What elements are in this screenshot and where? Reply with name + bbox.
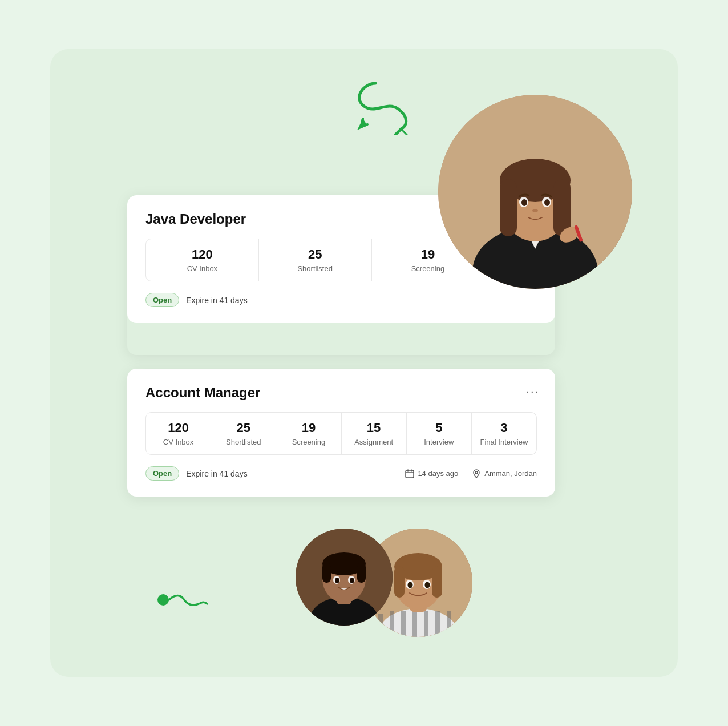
stat-label-interview-2: Interview xyxy=(412,438,466,446)
svg-rect-46 xyxy=(394,566,405,598)
stat-number-screening-2: 19 xyxy=(282,421,335,435)
account-manager-stats: 120 CV Inbox 25 Shortlisted 19 Screening… xyxy=(145,412,537,455)
svg-point-13 xyxy=(532,209,538,212)
account-manager-title: Account Manager xyxy=(145,385,537,401)
stat-assignment-2: 15 Assignment xyxy=(342,413,407,454)
account-open-badge: Open xyxy=(145,466,179,481)
svg-rect-27 xyxy=(322,563,331,583)
svg-point-12 xyxy=(544,199,550,206)
stat-cv-inbox-2: 120 CV Inbox xyxy=(146,413,211,454)
stat-label-screening-2: Screening xyxy=(282,438,335,446)
stat-label-assignment-2: Assignment xyxy=(347,438,401,446)
squiggle-bottom-icon xyxy=(153,580,210,620)
stat-number-cv-1: 120 xyxy=(152,247,253,262)
stat-label-shortlisted-1: Shortlisted xyxy=(265,264,366,273)
stat-number-interview-2: 5 xyxy=(412,421,466,435)
stat-number-shortlisted-2: 25 xyxy=(217,421,270,435)
java-expire-text: Expire in 41 days xyxy=(186,296,247,305)
svg-point-20 xyxy=(475,471,478,474)
svg-marker-0 xyxy=(357,119,367,130)
svg-rect-39 xyxy=(412,611,417,637)
stat-number-assignment-2: 15 xyxy=(347,421,401,435)
svg-rect-40 xyxy=(424,611,428,637)
svg-point-21 xyxy=(157,594,169,606)
svg-point-50 xyxy=(408,582,413,588)
stat-number-shortlisted-1: 25 xyxy=(265,247,366,262)
stat-label-shortlisted-2: Shortlisted xyxy=(217,438,270,446)
stat-shortlisted-1: 25 Shortlisted xyxy=(259,239,372,281)
card-footer-meta: 14 days ago Amman, Jordan xyxy=(405,469,537,478)
svg-point-31 xyxy=(335,578,339,583)
svg-point-32 xyxy=(350,578,354,583)
stat-number-cv-2: 120 xyxy=(152,421,205,435)
svg-rect-28 xyxy=(357,563,366,583)
stat-shortlisted-2: 25 Shortlisted xyxy=(211,413,276,454)
stat-interview-2: 5 Interview xyxy=(407,413,472,454)
location-icon xyxy=(472,469,481,478)
date-ago-text: 14 days ago xyxy=(418,469,458,478)
stat-label-cv-2: CV Inbox xyxy=(152,438,205,446)
java-developer-footer: Open Expire in 41 days xyxy=(145,293,537,307)
main-container: Java Developer 120 CV Inbox 25 Shortlist… xyxy=(50,49,678,677)
svg-point-51 xyxy=(425,582,430,588)
stat-cv-inbox-1: 120 CV Inbox xyxy=(146,239,259,281)
more-options-button[interactable]: ··· xyxy=(526,385,539,398)
location-meta: Amman, Jordan xyxy=(472,469,537,478)
stat-number-final-2: 3 xyxy=(478,421,531,435)
stat-screening-2: 19 Screening xyxy=(276,413,341,454)
location-text: Amman, Jordan xyxy=(484,469,537,478)
person-circle-top xyxy=(438,95,632,289)
squiggle-top-icon xyxy=(318,78,432,135)
svg-rect-47 xyxy=(432,566,442,598)
stat-label-cv-1: CV Inbox xyxy=(152,264,253,273)
person-image-bottom-left xyxy=(296,529,393,626)
svg-rect-42 xyxy=(447,611,451,637)
stat-label-final-2: Final Interview xyxy=(478,438,531,446)
svg-rect-16 xyxy=(406,470,414,478)
account-manager-footer: Open Expire in 41 days 14 days ago xyxy=(145,466,537,481)
person-image-top xyxy=(438,95,632,289)
java-open-badge: Open xyxy=(145,293,179,307)
svg-rect-36 xyxy=(378,614,383,637)
account-manager-card: Account Manager ··· 120 CV Inbox 25 Shor… xyxy=(127,369,555,497)
stat-label-screening-1: Screening xyxy=(378,264,479,273)
calendar-icon xyxy=(405,469,414,478)
account-expire-text: Expire in 41 days xyxy=(186,469,247,478)
person-circle-bottom-left xyxy=(296,529,393,626)
svg-point-11 xyxy=(521,199,527,206)
svg-rect-38 xyxy=(401,611,406,637)
date-meta: 14 days ago xyxy=(405,469,458,478)
svg-rect-7 xyxy=(500,179,517,236)
svg-rect-41 xyxy=(435,611,440,637)
stat-final-interview-2: 3 Final Interview xyxy=(472,413,536,454)
svg-rect-37 xyxy=(390,611,394,637)
